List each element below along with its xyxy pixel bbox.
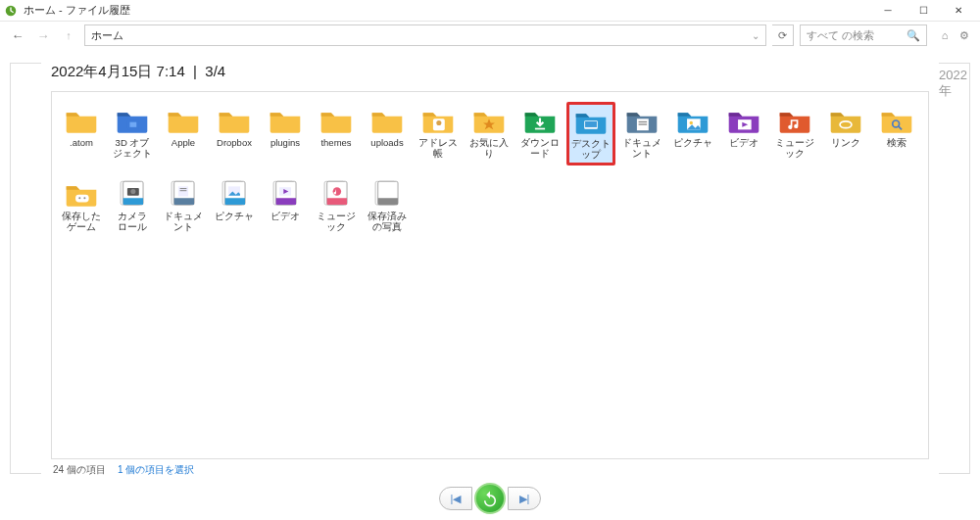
file-item[interactable]: .atom [57,102,106,165]
file-item[interactable]: お気に入り [465,102,514,165]
search-input[interactable]: すべて の検索 🔍 [800,24,927,46]
svg-rect-5 [535,128,545,130]
player-controls: |◀ ▶| [0,481,980,520]
svg-rect-41 [327,198,347,205]
up-button[interactable]: ↑ [59,25,78,45]
nav-bar: ← → ↑ ホーム ⌄ ⟳ すべて の検索 🔍 ⌂ ⚙ [0,22,980,49]
home-icon[interactable]: ⌂ [937,27,953,43]
svg-point-12 [690,121,693,124]
file-item[interactable]: ピクチャ [668,102,717,165]
folder-video-lib-icon [727,106,760,135]
file-item-label: themes [320,138,351,149]
status-count: 24 個の項目 [53,463,106,477]
folder-3d-icon [116,106,149,135]
file-item[interactable]: デスクトップ [566,102,615,165]
prev-snapshot-panel[interactable] [10,63,41,474]
file-item[interactable]: 検索 [872,102,921,165]
svg-rect-30 [180,190,187,191]
snapshot-page: 3/4 [205,63,225,79]
prev-version-button[interactable]: |◀ [439,487,472,510]
svg-rect-27 [174,198,194,205]
file-item-label: ドキュメント [163,212,204,233]
lib-pics-icon [218,179,251,209]
file-item[interactable]: 保存したゲーム [57,175,106,237]
folder-contacts-icon [421,106,455,135]
file-item-label: ダウンロード [519,138,561,160]
forward-button[interactable]: → [33,25,53,45]
file-item[interactable]: uploads [363,102,412,165]
svg-rect-28 [178,186,188,196]
file-item[interactable]: Dropbox [210,102,259,165]
file-item[interactable]: ミュージック [312,175,361,237]
file-item[interactable]: ミュージック [770,102,819,165]
file-item[interactable]: ドキュメント [159,175,208,237]
file-item[interactable]: ビデオ [261,175,310,237]
svg-rect-17 [75,195,89,203]
folder-docs-lib-icon [625,106,659,135]
svg-point-4 [436,120,441,125]
file-item-label: 保存済みの写真 [367,212,408,233]
next-snapshot-panel[interactable]: 2022年 [939,63,970,474]
folder-icon [269,106,302,135]
file-item-label: 保存したゲーム [61,212,102,233]
address-bar[interactable]: ホーム ⌄ [84,24,766,46]
maximize-button[interactable]: ☐ [906,1,941,21]
file-item[interactable]: カメラ ロール [108,175,157,237]
next-snapshot-hint: 2022年 [939,68,969,100]
folder-icon [319,106,353,135]
folder-music-lib-icon [778,106,811,135]
svg-rect-10 [639,123,648,124]
restore-button[interactable] [474,483,506,514]
file-item-label: デスクトップ [571,139,611,161]
file-item[interactable]: themes [312,102,361,165]
file-item-label: ミュージック [774,138,815,160]
file-item-label: ミュージック [316,212,357,233]
file-item-label: ビデオ [729,138,759,149]
file-item[interactable]: ダウンロード [515,102,564,165]
svg-rect-2 [129,122,136,127]
svg-rect-22 [123,198,143,205]
file-item[interactable]: アドレス帳 [414,102,463,165]
svg-rect-33 [225,198,245,205]
file-item[interactable]: 保存済みの写真 [363,175,412,237]
title-bar: ホーム - ファイル履歴 ─ ☐ ✕ [0,0,980,22]
file-item[interactable]: plugins [261,102,310,165]
file-item[interactable]: 3D オブジェクト [108,102,157,165]
search-icon: 🔍 [906,29,920,42]
back-button[interactable]: ← [8,25,27,45]
address-dropdown-icon[interactable]: ⌄ [752,30,760,41]
next-version-button[interactable]: ▶| [508,487,541,510]
folder-icon [218,106,251,135]
status-bar: 24 個の項目 1 個の項目を選択 [51,459,929,481]
close-button[interactable]: ✕ [941,1,976,21]
file-item[interactable]: Apple [159,102,208,165]
file-grid[interactable]: .atom 3D オブジェクト Apple Dropbox plugins th… [51,91,929,459]
folder-games-icon [65,179,98,209]
folder-icon [65,106,98,135]
lib-camera-icon [116,179,149,209]
file-item[interactable]: ピクチャ [210,175,259,237]
folder-icon [167,106,200,135]
settings-icon[interactable]: ⚙ [956,27,972,43]
status-selection: 1 個の項目を選択 [118,463,194,477]
file-item-label: カメラ ロール [112,212,153,233]
svg-point-42 [333,187,342,196]
file-item[interactable]: ドキュメント [617,102,666,165]
refresh-button[interactable]: ⟳ [772,24,794,46]
lib-music-icon [319,179,353,209]
file-item-label: アドレス帳 [417,138,459,160]
file-item[interactable]: リンク [821,102,870,165]
folder-link-icon [829,106,862,135]
file-item-label: リンク [831,138,860,149]
file-item[interactable]: ビデオ [719,102,768,165]
svg-rect-9 [639,121,648,122]
file-item-label: ピクチャ [215,212,254,222]
folder-icon [370,106,404,135]
folder-star-icon [472,106,506,135]
minimize-button[interactable]: ─ [870,1,906,21]
svg-rect-37 [276,198,296,205]
file-item-label: uploads [370,138,403,149]
file-item-label: Dropbox [217,138,252,149]
snapshot-header: 2022年4月15日 7:14 | 3/4 [51,63,929,81]
file-item-label: Apple [172,138,195,149]
